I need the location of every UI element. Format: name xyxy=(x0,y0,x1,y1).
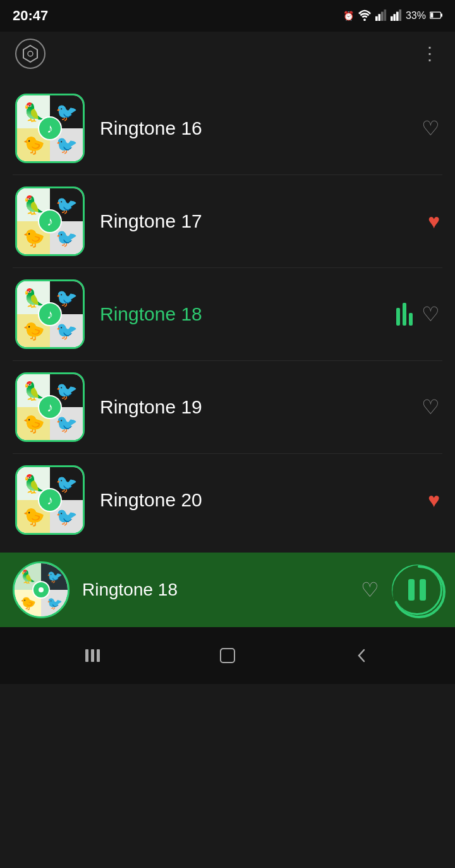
like-button[interactable]: ♡ xyxy=(422,118,440,138)
player-bar: 🦜 🐦 🐤 🐦 Ringtone 18 ♡ xyxy=(0,553,455,627)
ringtone-title: Ringtone 20 xyxy=(100,489,428,511)
like-button[interactable]: ♥ xyxy=(428,490,440,510)
nav-home-button[interactable] xyxy=(209,637,246,675)
svg-rect-6 xyxy=(393,14,396,21)
svg-marker-12 xyxy=(23,46,37,62)
svg-rect-4 xyxy=(384,9,386,21)
svg-rect-7 xyxy=(396,11,399,20)
signal2-icon xyxy=(391,9,402,23)
music-note-icon: ♪ xyxy=(38,488,62,512)
svg-rect-11 xyxy=(430,13,433,18)
svg-rect-3 xyxy=(381,11,384,20)
ringtone-actions: ♡ xyxy=(422,118,440,138)
nav-back-button[interactable] xyxy=(343,637,381,675)
status-icons: ⏰ 33% xyxy=(343,9,442,23)
svg-rect-1 xyxy=(375,16,378,20)
svg-rect-16 xyxy=(85,649,88,662)
ringtone-title: Ringtone 16 xyxy=(100,118,422,139)
svg-point-13 xyxy=(28,51,33,56)
svg-point-0 xyxy=(363,18,366,21)
svg-rect-2 xyxy=(378,14,380,21)
list-item[interactable]: 🦜 🐦 🐤 🐦 ♪ Ringtone 18 ♡ xyxy=(0,268,455,360)
pause-button[interactable] xyxy=(392,565,442,615)
player-disc: 🦜 🐦 🐤 🐦 xyxy=(13,561,70,618)
ringtone-actions: ♥ xyxy=(428,211,440,231)
ringtone-thumb: 🦜 🐦 🐤 🐦 ♪ xyxy=(15,372,85,442)
music-note-icon: ♪ xyxy=(38,209,62,233)
ringtone-title: Ringtone 17 xyxy=(100,211,428,232)
app-logo[interactable] xyxy=(15,39,46,69)
ringtone-actions: ♥ xyxy=(428,490,440,510)
wifi-icon xyxy=(358,9,372,23)
music-note-icon: ♪ xyxy=(38,302,62,326)
svg-rect-5 xyxy=(391,16,393,20)
svg-rect-8 xyxy=(399,9,401,21)
ringtone-thumb: 🦜 🐦 🐤 🐦 ♪ xyxy=(15,279,85,349)
battery-icon xyxy=(430,11,442,21)
list-item[interactable]: 🦜 🐦 🐤 🐦 ♪ Ringtone 17 ♥ xyxy=(0,175,455,267)
playing-indicator xyxy=(396,303,413,326)
player-track-name: Ringtone 18 xyxy=(82,580,361,600)
ringtone-thumb: 🦜 🐦 🐤 🐦 ♪ xyxy=(15,186,85,256)
play-bar xyxy=(403,303,406,326)
svg-rect-17 xyxy=(91,649,94,662)
ringtone-title: Ringtone 18 xyxy=(100,303,396,325)
ringtone-thumb: 🦜 🐦 🐤 🐦 ♪ xyxy=(15,94,85,163)
like-button[interactable]: ♡ xyxy=(422,304,440,324)
player-like-button[interactable]: ♡ xyxy=(361,578,379,602)
app-bar: ⋮ xyxy=(0,32,455,76)
battery-text: 33% xyxy=(406,10,426,21)
status-time: 20:47 xyxy=(13,8,48,24)
home-icon xyxy=(218,646,237,665)
svg-rect-18 xyxy=(97,649,100,662)
ringtone-list: 🦜 🐦 🐤 🐦 ♪ Ringtone 16 ♡ 🦜 🐦 🐤 🐦 ♪ Ringto… xyxy=(0,76,455,553)
ringtone-actions: ♡ xyxy=(396,303,440,326)
like-button[interactable]: ♥ xyxy=(428,211,440,231)
music-note-icon: ♪ xyxy=(38,395,62,419)
signal1-icon xyxy=(375,9,387,23)
nav-recent-button[interactable] xyxy=(74,637,112,675)
ringtone-actions: ♡ xyxy=(422,397,440,417)
like-button[interactable]: ♡ xyxy=(422,397,440,417)
back-icon xyxy=(354,647,370,664)
play-bar xyxy=(409,313,413,326)
recent-apps-icon xyxy=(84,647,102,664)
play-bar xyxy=(396,308,400,326)
ringtone-thumb: 🦜 🐦 🐤 🐦 ♪ xyxy=(15,465,85,535)
list-item[interactable]: 🦜 🐦 🐤 🐦 ♪ Ringtone 16 ♡ xyxy=(0,82,455,174)
list-item[interactable]: 🦜 🐦 🐤 🐦 ♪ Ringtone 19 ♡ xyxy=(0,361,455,453)
svg-rect-19 xyxy=(221,649,234,663)
list-item[interactable]: 🦜 🐦 🐤 🐦 ♪ Ringtone 20 ♥ xyxy=(0,454,455,546)
progress-ring xyxy=(391,564,447,620)
disc-center xyxy=(32,581,50,599)
status-bar: 20:47 ⏰ 3 xyxy=(0,0,455,32)
music-note-icon: ♪ xyxy=(38,116,62,140)
nav-bar xyxy=(0,627,455,684)
alarm-icon: ⏰ xyxy=(343,11,354,21)
ringtone-title: Ringtone 19 xyxy=(100,396,422,418)
svg-rect-10 xyxy=(441,13,443,16)
hexagon-icon xyxy=(21,44,40,63)
